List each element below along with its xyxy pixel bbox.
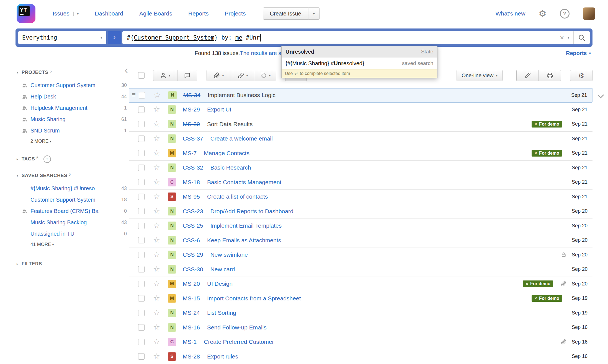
issue-summary-link[interactable]: Import Contacts from a Spreadsheet — [207, 295, 301, 302]
issue-type-avatar[interactable]: N — [168, 134, 176, 143]
issue-row[interactable]: ≡ ☆ N MS-16 Send Follow-up Emails Sep 16 — [129, 320, 592, 335]
reports-dropdown[interactable]: Reports ▾ — [566, 50, 591, 56]
autocomplete-item-state[interactable]: Unresolved State — [282, 46, 437, 58]
issue-type-avatar[interactable]: N — [168, 91, 177, 99]
issue-type-avatar[interactable]: N — [168, 236, 176, 245]
user-avatar[interactable] — [583, 7, 595, 20]
projects-section-header[interactable]: ▾ PROJECTS 5 — [17, 69, 127, 76]
star-icon[interactable]: ☆ — [153, 135, 160, 142]
star-icon[interactable]: ☆ — [153, 193, 160, 201]
star-icon[interactable]: ☆ — [153, 280, 160, 288]
issue-checkbox[interactable] — [139, 92, 145, 98]
nav-item-issues[interactable]: Issues ▾ — [53, 10, 79, 17]
issue-checkbox[interactable] — [138, 266, 145, 272]
link-button[interactable]: ▾ — [231, 70, 255, 81]
select-all-checkbox[interactable] — [138, 72, 145, 79]
sidebar-list-item[interactable]: #{Music Sharing} #Unreso 43 — [17, 183, 127, 194]
sidebar-item-label[interactable]: Music Sharing — [30, 116, 66, 123]
sidebar-item-label[interactable]: Music Sharing Backlog — [30, 219, 87, 226]
sidebar-list-item[interactable]: Customer Support System 18 — [17, 194, 127, 206]
issue-summary-link[interactable]: New card — [210, 266, 235, 273]
apply-search-button[interactable]: › — [108, 31, 121, 44]
list-settings-button[interactable]: ⚙ — [570, 70, 592, 81]
sidebar-list-item[interactable]: Features Board (CRMS) Ba 0 — [17, 206, 127, 217]
issue-summary-link[interactable]: Sort Data Results — [207, 121, 253, 128]
sidebar-list-item[interactable]: SND Scrum 1 — [17, 125, 127, 136]
issue-checkbox[interactable] — [138, 252, 145, 258]
nav-item-agile-boards[interactable]: Agile Boards — [139, 10, 172, 17]
issue-summary-link[interactable]: Manage Contacts — [204, 150, 249, 157]
issue-summary-link[interactable]: Basic Research — [210, 164, 251, 171]
issue-checkbox[interactable] — [138, 194, 145, 200]
autocomplete-item-saved-search[interactable]: {#{Music Sharing} #Unresolved} saved sea… — [282, 58, 437, 69]
search-scope-select[interactable]: Everything ▾ — [18, 31, 106, 44]
sidebar-item-label[interactable]: Helpdesk Management — [30, 105, 87, 111]
issue-checkbox[interactable] — [138, 324, 145, 331]
issue-summary-link[interactable]: Basic Contacts Management — [207, 179, 281, 186]
issue-id-link[interactable]: MS-7 — [183, 150, 197, 157]
star-icon[interactable]: ☆ — [153, 207, 160, 215]
sidebar-list-item[interactable]: Unassigned in TU 0 — [17, 228, 127, 240]
issue-type-avatar[interactable]: M — [168, 294, 176, 303]
issue-id-link[interactable]: CSS-30 — [183, 266, 203, 273]
saved-searches-section-header[interactable]: ▾ SAVED SEARCHES 5 — [17, 172, 127, 180]
issue-row[interactable]: ≡ ☆ S MS-95 Create a list of contacts Se… — [129, 190, 592, 204]
sidebar-list-item[interactable]: Customer Support System 30 — [17, 80, 127, 91]
sidebar-item-label[interactable]: Help Desk — [30, 93, 56, 100]
nav-item-dashboard[interactable]: Dashboard — [95, 10, 123, 17]
chevron-down-icon[interactable]: ▾ — [567, 36, 573, 40]
issue-type-avatar[interactable]: N — [168, 222, 176, 230]
issue-type-avatar[interactable]: S — [168, 193, 176, 201]
attach-button[interactable]: ▾ — [207, 70, 231, 81]
create-issue-button[interactable]: Create Issue — [263, 7, 308, 20]
issue-row[interactable]: ≡ ☆ N MS-34 Implement Business Logic Sep… — [129, 88, 592, 103]
issue-id-link[interactable]: MS-20 — [183, 280, 200, 287]
remove-tag-icon[interactable]: × — [534, 151, 537, 155]
help-icon[interactable]: ? — [560, 9, 570, 19]
sidebar-list-item[interactable]: Music Sharing Backlog 43 — [17, 217, 127, 228]
star-icon[interactable]: ☆ — [153, 266, 160, 273]
star-icon[interactable]: ☆ — [153, 309, 160, 317]
search-icon[interactable] — [574, 34, 590, 41]
issue-type-avatar[interactable]: C — [168, 178, 176, 186]
issue-checkbox[interactable] — [138, 339, 145, 345]
issue-id-link[interactable]: CSS-25 — [183, 222, 203, 229]
issue-row[interactable]: ≡ ☆ N MS-30 Sort Data Results ×For demo … — [129, 117, 592, 132]
issue-summary-link[interactable]: List Sorting — [207, 310, 236, 316]
for-demo-tag[interactable]: ×For demo — [523, 280, 553, 287]
issue-summary-link[interactable]: Drop/Add Reports to Dashboard — [210, 208, 293, 215]
issue-row[interactable]: ≡ ☆ N MS-24 List Sorting Sep 19 — [129, 306, 592, 321]
star-icon[interactable]: ☆ — [153, 324, 160, 331]
issue-type-avatar[interactable]: M — [168, 149, 176, 157]
issue-type-avatar[interactable]: N — [168, 120, 176, 128]
issue-row[interactable]: ≡ ☆ N CSS-30 New card Sep 20 — [129, 262, 592, 277]
issue-type-avatar[interactable]: N — [168, 323, 176, 332]
sidebar-list-item[interactable]: Music Sharing 61 — [17, 114, 127, 125]
issue-type-avatar[interactable]: N — [168, 105, 176, 114]
issue-checkbox[interactable] — [138, 223, 145, 229]
star-icon[interactable]: ☆ — [153, 120, 160, 128]
issue-type-avatar[interactable]: N — [168, 207, 176, 215]
issue-summary-link[interactable]: Implement Email Templates — [210, 222, 282, 229]
issue-summary-link[interactable]: Implement Business Logic — [208, 92, 275, 98]
issue-id-link[interactable]: CSS-37 — [183, 135, 203, 142]
issue-id-link[interactable]: MS-95 — [183, 193, 200, 200]
issue-summary-link[interactable]: Export UI — [207, 106, 231, 113]
issue-id-link[interactable]: MS-28 — [183, 353, 200, 360]
issue-checkbox[interactable] — [138, 310, 145, 316]
issue-row[interactable]: ≡ ☆ M MS-15 Import Contacts from a Sprea… — [129, 291, 592, 306]
sidebar-item-label[interactable]: SND Scrum — [30, 128, 60, 134]
clear-search-icon[interactable]: × — [557, 34, 567, 41]
search-input[interactable]: #{Customer Support System} by: me #Unr ×… — [122, 31, 590, 44]
issue-type-avatar[interactable]: M — [168, 280, 176, 288]
issue-checkbox[interactable] — [138, 281, 145, 287]
chevron-down-icon[interactable]: ▾ — [73, 12, 79, 16]
remove-tag-icon[interactable]: × — [525, 282, 528, 286]
issue-summary-link[interactable]: Keep Emails as Attachments — [207, 237, 281, 244]
star-icon[interactable]: ☆ — [153, 106, 160, 113]
for-demo-tag[interactable]: ×For demo — [532, 150, 562, 157]
issue-checkbox[interactable] — [138, 353, 145, 360]
issue-id-link[interactable]: MS-15 — [183, 295, 200, 302]
issue-checkbox[interactable] — [138, 150, 145, 156]
create-issue-dropdown-button[interactable]: ▾ — [308, 7, 320, 20]
